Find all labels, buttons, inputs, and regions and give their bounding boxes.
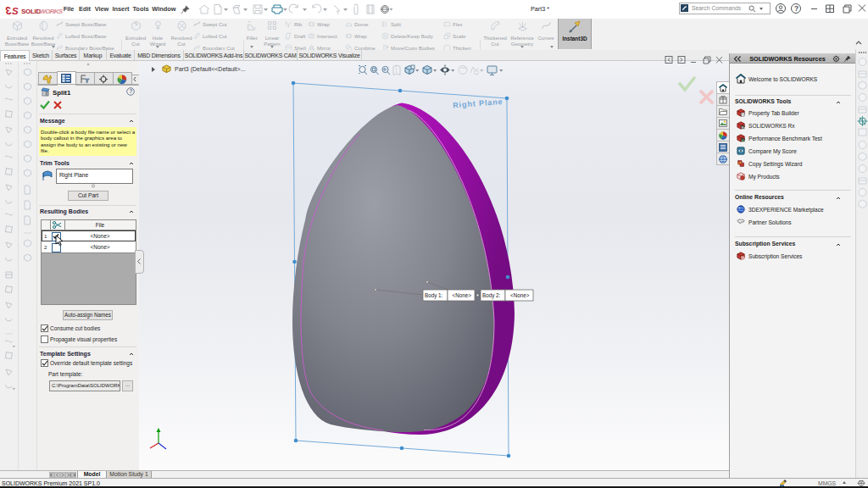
- svg-text:SOLID: SOLID: [21, 8, 41, 15]
- svg-text:?: ?: [794, 4, 798, 13]
- svg-text:WORKS: WORKS: [40, 8, 64, 15]
- svg-text:3: 3: [6, 5, 12, 17]
- svg-text:Body 2:: Body 2:: [482, 292, 501, 299]
- svg-text:Body 1:: Body 1:: [425, 292, 443, 299]
- svg-text:?: ?: [129, 88, 132, 94]
- svg-text:<None>: <None>: [510, 292, 530, 298]
- svg-text:S: S: [12, 6, 19, 16]
- svg-text:<None>: <None>: [453, 292, 472, 298]
- svg-text:Rx: Rx: [742, 126, 745, 130]
